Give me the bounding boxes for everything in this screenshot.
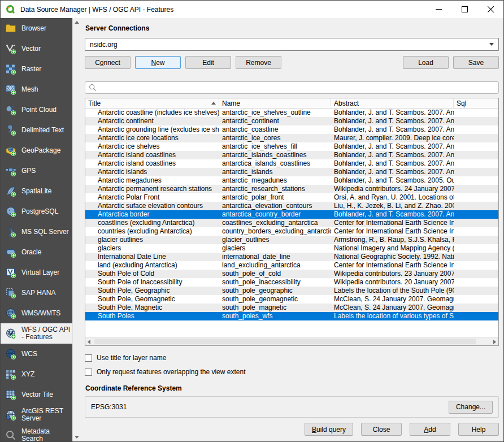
cell-sql: [454, 312, 498, 320]
sidebar-item-wcs[interactable]: WCS: [1, 344, 72, 364]
titlebar: Data Source Manager | WFS / OGC API - Fe…: [1, 1, 503, 18]
close-button[interactable]: [477, 1, 503, 18]
cell-abstract: Labels the location of the South Pole (9…: [331, 287, 454, 295]
sidebar-item-label: Raster: [21, 66, 41, 73]
cell-title: Antarctic ice core locations: [85, 134, 219, 142]
layer-filter-searchbox[interactable]: [85, 81, 499, 94]
use-title-checkbox[interactable]: [85, 354, 92, 362]
horizontal-scrollbar[interactable]: [85, 337, 498, 345]
cell-sql: [454, 261, 498, 270]
sidebar-item-geopackage[interactable]: GeoPackage: [1, 140, 72, 161]
sidebar-item-wfs-ogc-api-features[interactable]: WFS / OGC API - Features: [1, 323, 72, 344]
table-row[interactable]: glacier outlinesglacier_outlinesArmstron…: [85, 236, 498, 244]
point-cloud-icon: [5, 104, 16, 115]
sidebar-item-ms-sql-server[interactable]: MS SQL Server: [1, 222, 72, 242]
crs-change-button[interactable]: Change...: [449, 401, 493, 414]
sidebar-item-label: Delimited Text: [21, 127, 64, 134]
cell-sql: [454, 295, 498, 304]
table-row[interactable]: countries (excluding Antarctica)country_…: [85, 227, 498, 236]
table-row[interactable]: International Date Lineinternational_dat…: [85, 253, 498, 261]
new-button[interactable]: New: [135, 56, 181, 69]
table-row[interactable]: South Polessouth_poles_wfsLabels the loc…: [85, 312, 498, 320]
close-dialog-button[interactable]: Close: [361, 423, 402, 436]
cell-name: south_poles_wfs: [219, 312, 331, 320]
table-row[interactable]: Antarctic ice shelvesantarctic_ice_shelv…: [85, 142, 498, 151]
maximize-button[interactable]: [451, 1, 477, 18]
table-row[interactable]: Antarctic Polar Frontantarctic_polar_fro…: [85, 193, 498, 202]
table-row[interactable]: South Pole, Magneticsouth_pole_magneticM…: [85, 304, 498, 312]
connection-select[interactable]: nsidc.org: [85, 38, 499, 51]
column-header-name[interactable]: Name: [219, 98, 331, 108]
sidebar-item-raster[interactable]: Raster: [1, 59, 72, 79]
minimize-button[interactable]: [425, 1, 451, 18]
sidebar-item-spatialite[interactable]: SpatiaLite: [1, 181, 72, 201]
sidebar-item-vector-tile[interactable]: Vector Tile: [1, 384, 72, 405]
cell-title: glaciers: [85, 244, 219, 253]
scroll-up-icon[interactable]: [75, 21, 79, 24]
save-button[interactable]: Save: [453, 56, 499, 69]
sidebar-item-delimited-text[interactable]: Delimited Text: [1, 120, 72, 140]
sidebar-item-oracle[interactable]: Oracle: [1, 242, 72, 262]
sidebar-item-gps[interactable]: GPS: [1, 161, 72, 181]
edit-button[interactable]: Edit: [185, 56, 231, 69]
table-row[interactable]: Antarctic island coastlinesantarctic_isl…: [85, 151, 498, 159]
column-header-title[interactable]: Title: [85, 98, 219, 108]
scrollbar-thumb[interactable]: [94, 339, 476, 344]
sidebar-item-point-cloud[interactable]: Point Cloud: [1, 99, 72, 120]
sidebar-item-browser[interactable]: Browser: [1, 18, 72, 38]
table-row[interactable]: Antarctic ice core locationsantarctic_ic…: [85, 134, 498, 142]
table-row[interactable]: South Pole of Coldsouth_pole_of_coldWiki…: [85, 270, 498, 278]
table-row[interactable]: land (excluding Antarctica)land_excludin…: [85, 261, 498, 270]
column-header-sql[interactable]: Sql: [454, 98, 498, 108]
scroll-left-icon[interactable]: [88, 340, 90, 344]
add-button[interactable]: Add: [410, 423, 450, 436]
table-row[interactable]: South Pole, Geomagneticsouth_pole_geomag…: [85, 295, 498, 304]
column-header-abstract[interactable]: Abstract: [331, 98, 454, 108]
sidebar-item-label: GeoPackage: [21, 147, 60, 154]
table-row[interactable]: South Pole, Geographicsouth_pole_geograp…: [85, 287, 498, 295]
sidebar-item-label: MS SQL Server: [21, 228, 69, 236]
sidebar-item-vector[interactable]: Vector: [1, 38, 72, 59]
sidebar-item-wms-wmts[interactable]: WMS/WMTS: [1, 303, 72, 323]
sidebar-item-label: WCS: [21, 350, 37, 358]
connect-button[interactable]: Connect: [85, 56, 131, 69]
help-button[interactable]: Help: [458, 423, 499, 436]
table-row[interactable]: glaciersglaciersNational Imagery and Map…: [85, 244, 498, 253]
cell-sql: [454, 134, 498, 142]
chevron-down-icon: [489, 43, 494, 46]
table-row[interactable]: Antarctic coastline (includes ice shelve…: [85, 109, 498, 117]
sidebar-scrollbar[interactable]: [72, 18, 80, 441]
sidebar-item-postgresql[interactable]: PostgreSQL: [1, 201, 72, 222]
sidebar-item-arcgis-rest-server[interactable]: ArcGIS REST Server: [1, 405, 72, 425]
sidebar-item-mesh[interactable]: Mesh: [1, 79, 72, 99]
cell-sql: [454, 117, 498, 125]
table-row[interactable]: Antarctica borderantarctica_country_bord…: [85, 210, 498, 219]
cell-title: Antarctic coastline (includes ice shelve…: [85, 109, 219, 117]
scroll-right-icon[interactable]: [493, 340, 496, 344]
scroll-down-icon[interactable]: [75, 436, 79, 439]
sidebar-item-xyz[interactable]: XYZ: [1, 364, 72, 384]
table-row[interactable]: South Pole of Inaccessibilitysouth_pole_…: [85, 278, 498, 287]
cell-abstract: Center for International Earth Science I…: [331, 227, 454, 236]
table-row[interactable]: coastlines (excluding Antarctica)coastli…: [85, 219, 498, 227]
table-row[interactable]: Antarctic permanent research stationsant…: [85, 185, 498, 193]
cell-name: antarctic_polar_front: [219, 193, 331, 202]
table-row[interactable]: Antarctic island coastlinesantarctica_is…: [85, 159, 498, 168]
sidebar-item-virtual-layer[interactable]: Virtual Layer: [1, 262, 72, 283]
search-input[interactable]: [100, 84, 495, 92]
table-row[interactable]: Antarctic megadunesantarctic_megadunesBo…: [85, 176, 498, 185]
load-button[interactable]: Load: [403, 56, 449, 69]
table-row[interactable]: Antarctic islandsantarctic_islandsBohlan…: [85, 168, 498, 176]
sidebar-item-sap-hana[interactable]: SAP HANA: [1, 283, 72, 303]
table-row[interactable]: Antarctic grounding line (excludes ice s…: [85, 125, 498, 134]
remove-button[interactable]: Remove: [236, 56, 281, 69]
build-query-button[interactable]: Build query: [305, 423, 353, 436]
virtual-layer-icon: [5, 267, 16, 278]
cell-title: Antarctic permanent research stations: [85, 185, 219, 193]
view-extent-checkbox[interactable]: [85, 369, 92, 376]
sidebar-item-metadata-search[interactable]: Metadata Search: [1, 425, 72, 441]
sidebar-item-label: SAP HANA: [21, 289, 55, 297]
table-row[interactable]: Antarctic continentantarctic_continentBo…: [85, 117, 498, 125]
data-source-manager-window: Data Source Manager | WFS / OGC API - Fe…: [0, 0, 504, 442]
table-row[interactable]: Antarctic suface elevation contoursantar…: [85, 202, 498, 210]
